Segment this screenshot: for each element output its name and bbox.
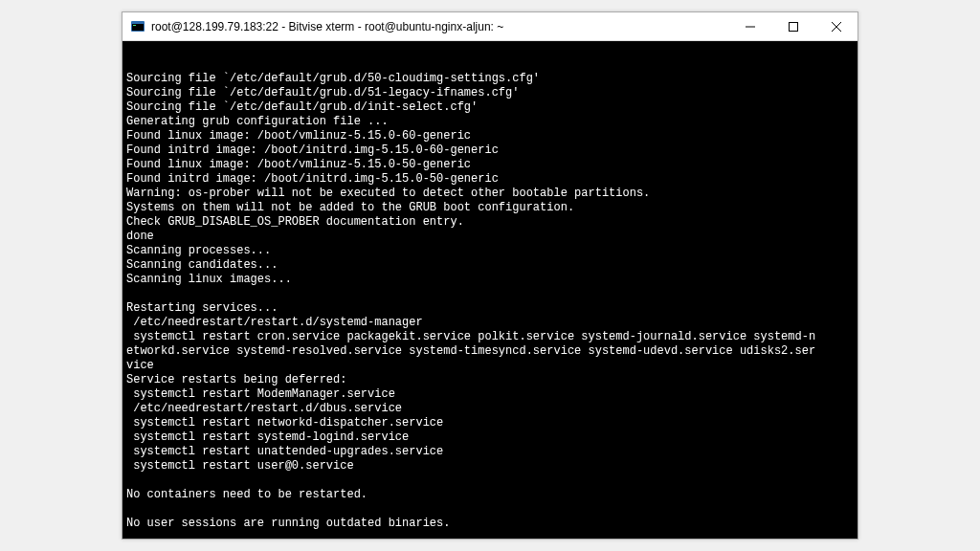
titlebar[interactable]: root@128.199.79.183:22 - Bitvise xterm -…	[122, 12, 858, 41]
svg-rect-4	[789, 22, 797, 31]
terminal-line: systemctl restart systemd-logind.service	[126, 430, 854, 445]
terminal-line: Sourcing file `/etc/default/grub.d/50-cl…	[126, 72, 854, 86]
terminal-line: Found initrd image: /boot/initrd.img-5.1…	[126, 172, 854, 187]
terminal-line: etworkd.service systemd-resolved.service…	[126, 344, 854, 359]
terminal-line: /etc/needrestart/restart.d/systemd-manag…	[126, 316, 854, 330]
app-icon	[130, 19, 145, 34]
terminal-line	[126, 502, 854, 517]
minimize-button[interactable]	[728, 12, 771, 40]
terminal-line: Systems on them will not be added to the…	[126, 201, 854, 215]
terminal-line: /etc/needrestart/restart.d/dbus.service	[126, 402, 854, 416]
terminal-line: systemctl restart user@0.service	[126, 459, 854, 474]
terminal-line: Generating grub configuration file ...	[126, 115, 854, 129]
terminal-line: systemctl restart cron.service packageki…	[126, 330, 854, 344]
terminal-line	[126, 531, 854, 539]
terminal-line: Scanning linux images...	[126, 273, 854, 287]
terminal-line: Scanning processes...	[126, 244, 854, 258]
terminal-line: Found linux image: /boot/vmlinuz-5.15.0-…	[126, 158, 854, 172]
terminal-line: No containers need to be restarted.	[126, 488, 854, 502]
terminal-line: Warning: os-prober will not be executed …	[126, 187, 854, 201]
terminal-line: Restarting services...	[126, 301, 854, 316]
terminal-line: Check GRUB_DISABLE_OS_PROBER documentati…	[126, 215, 854, 230]
terminal-line: vice	[126, 359, 854, 373]
terminal-line: No user sessions are running outdated bi…	[126, 517, 854, 531]
terminal-line: Sourcing file `/etc/default/grub.d/init-…	[126, 100, 854, 115]
maximize-button[interactable]	[771, 12, 814, 40]
terminal-line: systemctl restart unattended-upgrades.se…	[126, 445, 854, 459]
close-button[interactable]	[814, 12, 858, 40]
terminal-line: Found initrd image: /boot/initrd.img-5.1…	[126, 143, 854, 158]
terminal-line	[126, 474, 854, 488]
terminal-body[interactable]: Sourcing file `/etc/default/grub.d/50-cl…	[122, 41, 858, 539]
terminal-line: Sourcing file `/etc/default/grub.d/51-le…	[126, 86, 854, 100]
terminal-window: root@128.199.79.183:22 - Bitvise xterm -…	[122, 11, 858, 540]
terminal-line: Found linux image: /boot/vmlinuz-5.15.0-…	[126, 129, 854, 143]
window-title: root@128.199.79.183:22 - Bitvise xterm -…	[151, 20, 728, 33]
terminal-line: systemctl restart ModemManager.service	[126, 387, 854, 402]
window-controls	[728, 12, 858, 40]
terminal-line: Scanning candidates...	[126, 258, 854, 273]
terminal-line: systemctl restart networkd-dispatcher.se…	[126, 416, 854, 430]
terminal-line: Service restarts being deferred:	[126, 373, 854, 387]
svg-rect-2	[133, 25, 136, 26]
terminal-line	[126, 287, 854, 301]
terminal-line: done	[126, 230, 854, 244]
